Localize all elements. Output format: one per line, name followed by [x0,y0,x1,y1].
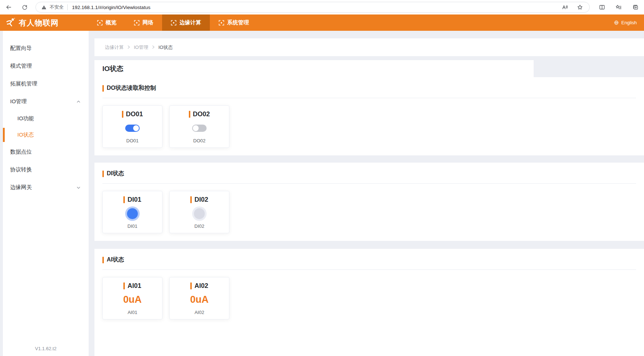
sidebar-item-expander-management[interactable]: 拓展机管理 [3,75,89,93]
sidebar-item-io-management[interactable]: IO管理 [3,93,89,110]
sidebar-item-mode-management[interactable]: 模式管理 [3,57,89,75]
ai01-card: AI01 0uA AI01 [102,277,162,319]
frame-dot-icon [97,20,103,26]
accent-bar [102,171,104,177]
section-divider [102,98,636,98]
card-label: DO02 [193,138,206,143]
address-bar[interactable]: 不安全 192.168.1.1/#/origin/IO/Viewlostatus [35,2,590,13]
favorite-star-icon[interactable] [576,4,584,11]
browser-toolbar: 不安全 192.168.1.1/#/origin/IO/Viewlostatus [0,0,644,14]
breadcrumb-item-io-management[interactable]: IO管理 [134,44,148,51]
card-title: DO02 [189,110,210,118]
do01-card: DO01 DO01 [102,105,162,148]
accent-bar [102,85,104,92]
ai02-value: 0uA [190,295,208,305]
do02-toggle-switch[interactable] [192,125,207,132]
security-label: 不安全 [50,4,64,11]
card-title: AI02 [190,282,208,290]
card-label: AI02 [195,310,204,315]
sidebar-item-label: 数据点位 [10,148,32,155]
card-label: DI02 [194,223,204,229]
sidebar-item-label: IO管理 [10,98,27,105]
section-title: AI状态 [107,256,124,264]
di01-card: DI01 DI01 [102,191,162,233]
card-title: DO01 [122,110,143,118]
chevron-up-icon [76,100,81,104]
sidebar-item-edge-gateway[interactable]: 边缘网关 [3,179,89,196]
di01-indicator-light [127,208,138,219]
sidebar: 配置向导 模式管理 拓展机管理 IO管理 IO功能 IO状态 数据点位 协议转换… [3,31,89,356]
chevron-right-icon [152,45,155,50]
sidebar-subitem-label: IO功能 [17,115,34,122]
card-title: AI01 [123,282,141,290]
breadcrumb-item-edge-computing[interactable]: 边缘计算 [105,44,124,51]
section-title: DI状态 [107,170,124,177]
accent-bar [190,282,192,289]
section-header: DI状态 [102,170,636,177]
section-divider [102,183,636,184]
back-icon[interactable] [5,4,12,11]
frame-dot-icon [219,20,224,26]
breadcrumb-item-current: IO状态 [158,44,173,51]
url-text[interactable]: 192.168.1.1/#/origin/IO/Viewlostatus [72,5,151,10]
section-header: AI状态 [102,256,636,264]
do01-toggle-switch[interactable] [125,125,140,132]
tab-label: 概览 [106,19,116,26]
sidebar-item-label: 配置向导 [10,45,32,52]
card-title-text: DI02 [194,196,208,204]
brand-title: 有人物联网 [19,18,59,28]
ai02-card: AI02 0uA AI02 [169,277,229,319]
language-switcher[interactable]: English [614,14,644,31]
sidebar-item-label: 拓展机管理 [10,80,37,87]
toggle-knob [133,125,139,131]
tab-overview[interactable]: 概览 [88,14,125,31]
split-screen-icon[interactable] [598,4,606,11]
card-title-text: DO02 [193,110,210,118]
version-label: V1.1.62.t2 [3,346,89,351]
language-label: English [621,20,637,25]
accent-bar [123,196,125,203]
toggle-knob [193,125,199,131]
section-header: DO状态读取和控制 [102,84,636,92]
tab-network[interactable]: 网络 [125,14,162,31]
sidebar-subitem-io-function[interactable]: IO功能 [3,110,89,127]
refresh-icon[interactable] [21,4,28,11]
breadcrumb: 边缘计算 IO管理 IO状态 [94,38,644,56]
do02-card: DO02 DO02 [169,105,229,148]
card-title-text: DI01 [127,196,141,204]
card-row: DI01 DI01 DI02 DI02 [102,191,636,233]
tab-label: 网络 [143,19,153,26]
main-area: 配置向导 模式管理 拓展机管理 IO管理 IO功能 IO状态 数据点位 协议转换… [0,31,644,356]
address-divider [67,4,68,10]
read-aloud-icon[interactable] [561,4,568,11]
tab-edge-computing[interactable]: 边缘计算 [162,14,210,31]
sidebar-subitem-label: IO状态 [17,131,34,138]
brand-logo-icon [6,18,16,28]
sidebar-item-label: 边缘网关 [10,184,32,191]
card-label: DI01 [127,223,137,229]
content-area: 边缘计算 IO管理 IO状态 IO状态 DO状态读取和控制 DO01 [94,31,644,356]
card-label: DO01 [126,138,139,143]
accent-bar [190,196,192,203]
frame-dot-icon [171,20,177,26]
accent-bar [102,257,104,263]
security-warning-icon[interactable] [40,4,47,11]
card-title-text: AI01 [127,282,141,290]
page-title: IO状态 [102,64,123,74]
sidebar-item-data-points[interactable]: 数据点位 [3,143,89,161]
card-row: DO01 DO01 DO02 DO02 [102,105,636,148]
chevron-right-icon [127,45,130,50]
frame-dot-icon [134,20,140,26]
favorites-bar-icon[interactable] [615,4,622,11]
ai01-value: 0uA [123,295,141,305]
sidebar-item-config-wizard[interactable]: 配置向导 [3,39,89,57]
collections-icon[interactable] [632,4,639,11]
sidebar-item-label: 协议转换 [10,166,32,173]
sidebar-subitem-io-status[interactable]: IO状态 [3,127,89,143]
nav-tabs: 概览 网络 边缘计算 系统管理 [88,14,258,31]
sidebar-item-label: 模式管理 [10,63,32,70]
tab-system-management[interactable]: 系统管理 [210,14,258,31]
accent-bar [122,111,123,118]
brand: 有人物联网 [0,14,72,31]
sidebar-item-protocol-conversion[interactable]: 协议转换 [3,161,89,179]
